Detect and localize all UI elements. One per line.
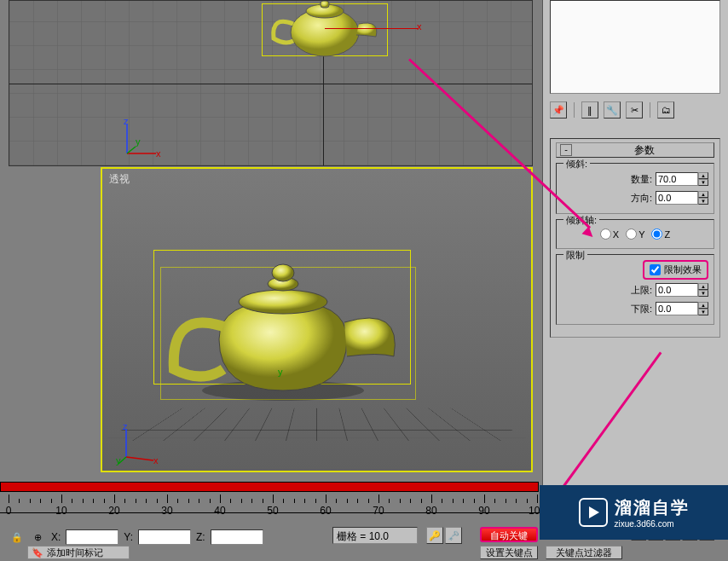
lower-input[interactable] [656,302,698,315]
upper-input[interactable] [656,283,698,297]
spinner-down-icon[interactable]: ▼ [698,198,708,205]
amount-label: 数量: [631,173,652,186]
key-mode-icon[interactable]: 🗝️ [445,527,462,544]
ruler-label: 20 [108,505,119,517]
limit-effect-checkbox[interactable]: 限制效果 [643,260,708,280]
axis-x-radio-label: X [613,229,619,240]
limit-legend: 限制 [563,249,587,262]
y-label: Y: [122,531,135,543]
y-input[interactable] [138,529,191,545]
z-input[interactable] [211,529,263,545]
command-panel: 📌 ‖ 🔧 ✂ 🗂 - 参数 倾斜: 数量: ▲▼ 方向: [542,0,728,524]
separator [650,102,650,118]
teapot-perspective[interactable] [155,237,411,408]
ruler-label: 10 [55,505,66,517]
settings-icon[interactable]: 🗂 [657,101,674,119]
rollout-title: 参数 [575,143,714,158]
ruler-label: 80 [425,505,436,517]
auto-key-button[interactable]: 自动关键 [480,527,538,542]
separator [574,102,575,118]
tilt-group: 倾斜: 数量: ▲▼ 方向: ▲▼ [556,163,714,214]
limit-effect-label: 限制效果 [664,263,702,276]
grid-status: 栅格 = 10.0 [332,527,418,544]
viewport-top[interactable]: x z x y [9,0,533,166]
ruler-label: 90 [478,505,489,517]
spinner-up-icon[interactable]: ▲ [698,191,708,198]
ruler-label: 60 [320,505,331,517]
add-time-marker-label: 添加时间标记 [47,547,103,559]
watermark-brand: 溜溜自学 [615,496,690,519]
svg-text:y: y [116,455,121,466]
limit-effect-check-input[interactable] [650,264,661,275]
tilt-axis-group: 倾斜轴: X Y Z [556,219,714,249]
coord-mode-button[interactable]: ⊕ [29,532,46,543]
pause-icon[interactable]: ‖ [581,101,598,119]
spinner-up-icon[interactable]: ▲ [698,302,708,309]
amount-input[interactable] [656,172,698,186]
x-input[interactable] [66,529,118,545]
pin-icon[interactable]: 📌 [550,101,567,119]
svg-text:z: z [123,423,128,431]
svg-text:x: x [153,455,159,466]
spinner-down-icon[interactable]: ▼ [698,290,708,297]
axis-z-radio[interactable]: Z [651,228,670,240]
coordinate-bar: 🔒 ⊕ X: Y: Z: [9,527,263,547]
view-axis-gizmo-persp: z x y [116,423,159,466]
key-icon[interactable]: 🔑 [426,527,443,544]
viewport-perspective[interactable]: 透视 y z x y [101,167,533,472]
scissors-icon[interactable]: ✂ [626,101,643,119]
view-axis-gizmo-top: z x y [120,118,163,160]
svg-text:y: y [136,136,141,147]
axis-y-radio-label: Y [638,229,644,240]
limit-group: 限制 限制效果 上限: ▲▼ 下限: ▲▼ [556,254,714,325]
z-label: Z: [194,531,207,543]
play-logo-icon [579,498,608,527]
svg-text:z: z [124,118,129,126]
svg-line-15 [126,457,153,460]
ruler-label: 40 [214,505,225,517]
direction-label: 方向: [631,192,652,205]
axis-z-radio-label: Z [664,229,670,240]
set-key-button[interactable]: 设置关键点 [480,546,538,559]
perspective-grid [102,408,531,441]
ruler-label: 50 [267,505,278,517]
grid-axis-h [9,84,532,84]
wrench-icon[interactable]: 🔧 [604,101,621,119]
svg-point-12 [272,264,294,281]
rollout-header[interactable]: - 参数 [556,142,714,158]
ruler-label: 70 [373,505,384,517]
tilt-legend: 倾斜: [563,158,590,171]
upper-label: 上限: [631,284,652,297]
ruler-label: 0 [6,505,12,517]
axis-x-label: x [417,21,422,32]
axis-x-radio[interactable]: X [600,228,619,240]
watermark-url: zixue.3d66.com [615,519,690,529]
spinner-up-icon[interactable]: ▲ [698,172,708,179]
tag-icon: 🔖 [32,547,43,558]
teapot-top[interactable] [261,0,389,62]
x-label: X: [49,531,62,543]
direction-input[interactable] [656,191,698,205]
svg-text:x: x [156,148,161,159]
ruler-label: 30 [161,505,172,517]
watermark: 溜溜自学 zixue.3d66.com [540,485,728,540]
svg-point-10 [239,290,327,314]
time-ruler[interactable]: 0102030405060708090100 [0,494,597,529]
add-time-marker-button[interactable]: 🔖 添加时间标记 [27,546,130,559]
timeline-track[interactable] [0,482,539,492]
svg-rect-2 [321,1,329,8]
axis-y-label: y [278,367,283,377]
spinner-down-icon[interactable]: ▼ [698,179,708,186]
collapse-icon[interactable]: - [560,144,572,156]
svg-line-7 [127,147,136,153]
key-filter-button[interactable]: 关键点过滤器 [546,546,622,559]
axis-y-radio[interactable]: Y [626,228,644,240]
axis-x-line [325,28,419,29]
lock-selection-button[interactable]: 🔒 [9,532,26,543]
lower-label: 下限: [631,303,652,315]
spinner-down-icon[interactable]: ▼ [698,309,708,315]
spinner-up-icon[interactable]: ▲ [698,283,708,290]
parameters-rollout: - 参数 倾斜: 数量: ▲▼ 方向: ▲▼ 倾斜轴: [550,138,720,338]
svg-marker-19 [589,506,599,518]
preview-thumbnail [550,0,720,94]
